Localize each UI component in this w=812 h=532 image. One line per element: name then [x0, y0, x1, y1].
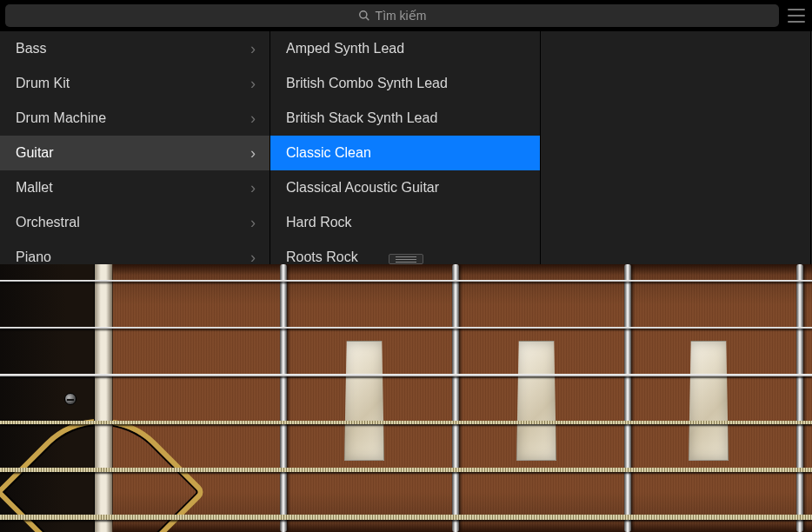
- category-column: Bass › Drum Kit › Drum Machine › Guitar …: [0, 31, 270, 264]
- guitar-headstock: [0, 264, 94, 532]
- search-field[interactable]: Tìm kiếm: [5, 4, 779, 27]
- search-placeholder: Tìm kiếm: [376, 9, 427, 23]
- guitar-string-4[interactable]: [0, 421, 812, 424]
- preset-item[interactable]: Hard Rock: [270, 205, 540, 240]
- chevron-right-icon: ›: [250, 249, 256, 264]
- svg-point-0: [359, 11, 366, 18]
- category-label: Orchestral: [16, 215, 250, 230]
- guitar-string-5[interactable]: [0, 468, 812, 472]
- category-item[interactable]: Bass ›: [0, 31, 270, 66]
- empty-column: [541, 31, 811, 264]
- fret-inlay: [344, 341, 384, 461]
- guitar-fret: [624, 264, 631, 532]
- preset-label: Hard Rock: [286, 215, 526, 230]
- preset-label: Classic Clean: [286, 145, 526, 161]
- guitar-fret: [452, 264, 459, 532]
- preset-item[interactable]: British Combo Synth Lead: [270, 66, 540, 101]
- category-item-selected[interactable]: Guitar ›: [0, 136, 270, 170]
- category-label: Drum Machine: [16, 110, 250, 126]
- chevron-right-icon: ›: [250, 41, 256, 57]
- top-bar: Tìm kiếm: [0, 0, 812, 31]
- svg-line-1: [366, 17, 369, 20]
- category-item[interactable]: Drum Kit ›: [0, 66, 270, 101]
- truss-rod-screw-icon: [64, 393, 77, 405]
- category-item[interactable]: Drum Machine ›: [0, 101, 270, 136]
- category-item[interactable]: Orchestral ›: [0, 205, 270, 240]
- guitar-nut: [94, 264, 113, 532]
- category-item[interactable]: Mallet ›: [0, 170, 270, 205]
- chevron-right-icon: ›: [250, 180, 256, 196]
- chevron-right-icon: ›: [250, 215, 256, 230]
- guitar-fret: [280, 264, 287, 532]
- chevron-right-icon: ›: [250, 145, 256, 161]
- category-label: Mallet: [16, 180, 250, 196]
- chevron-right-icon: ›: [250, 110, 256, 126]
- guitar-string-2[interactable]: [0, 327, 812, 329]
- preset-item[interactable]: Classical Acoustic Guitar: [270, 170, 540, 205]
- preset-item[interactable]: British Stack Synth Lead: [270, 101, 540, 136]
- category-label: Piano: [16, 249, 250, 264]
- category-label: Bass: [16, 41, 250, 57]
- panel-resize-handle[interactable]: [389, 254, 423, 264]
- preset-label: British Stack Synth Lead: [286, 110, 526, 126]
- preset-label: British Combo Synth Lead: [286, 76, 526, 91]
- category-label: Guitar: [16, 145, 250, 161]
- fret-inlay: [689, 341, 729, 461]
- preset-item-selected[interactable]: Classic Clean: [270, 136, 540, 170]
- preset-label: Classical Acoustic Guitar: [286, 180, 526, 196]
- preset-label: Amped Synth Lead: [286, 41, 526, 57]
- sound-browser: Bass › Drum Kit › Drum Machine › Guitar …: [0, 31, 812, 264]
- guitar-string-1[interactable]: [0, 280, 812, 282]
- fret-inlay: [516, 341, 556, 461]
- chevron-right-icon: ›: [250, 76, 256, 91]
- guitar-string-6[interactable]: [0, 515, 812, 520]
- category-label: Drum Kit: [16, 76, 250, 91]
- preset-column: Amped Synth Lead British Combo Synth Lea…: [270, 31, 541, 264]
- guitar-string-3[interactable]: [0, 374, 812, 376]
- guitar-fretboard[interactable]: [0, 264, 812, 532]
- category-item[interactable]: Piano ›: [0, 240, 270, 264]
- guitar-fret: [796, 264, 803, 532]
- menu-button[interactable]: [786, 9, 807, 23]
- search-icon: [358, 10, 370, 22]
- preset-item[interactable]: Amped Synth Lead: [270, 31, 540, 66]
